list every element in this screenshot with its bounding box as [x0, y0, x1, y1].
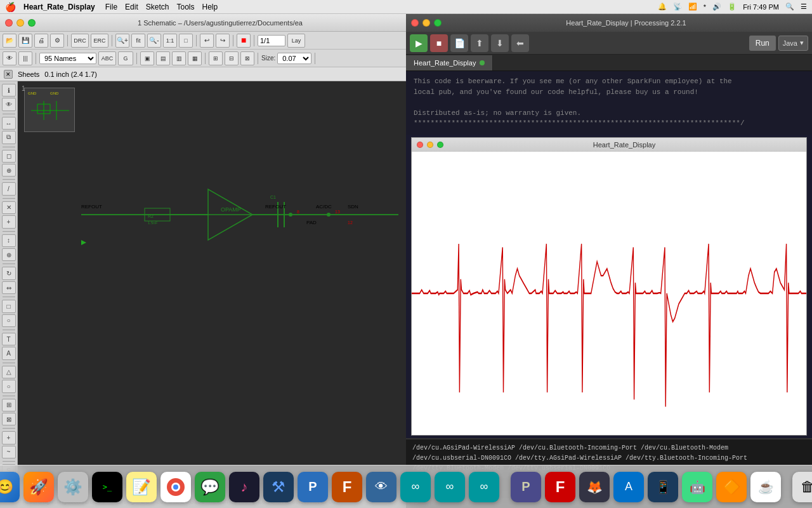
dock-notes[interactable]: 📝	[126, 472, 157, 502]
lt-display[interactable]: 👁	[2, 98, 16, 110]
tb-eye[interactable]: 👁	[3, 51, 16, 65]
page-input[interactable]	[258, 35, 285, 46]
dock-processing[interactable]: P	[298, 472, 328, 502]
dock-messages[interactable]: 💬	[195, 472, 225, 502]
dock-xcode-alt[interactable]: ⚒	[263, 472, 294, 502]
hr-min[interactable]	[427, 142, 433, 148]
dock-vlc[interactable]: 🔶	[716, 472, 747, 502]
volume-icon[interactable]: 🔊	[712, 3, 721, 11]
size-selector[interactable]: 0.07	[277, 53, 311, 64]
tb-zoomin[interactable]: 🔍+	[115, 34, 129, 48]
menu-file[interactable]: File	[105, 3, 117, 11]
lt-line[interactable]: /	[2, 182, 16, 195]
tb-print[interactable]: 🖨	[34, 34, 48, 48]
eagle-canvas[interactable]: GND GND 1 OPAMP R2 1.5nF	[18, 81, 406, 494]
new-button[interactable]: 📄	[450, 34, 468, 52]
dock-appstore[interactable]: A	[613, 472, 644, 502]
app-menu-title[interactable]: Heart_Rate_Display	[23, 3, 95, 11]
tb-zoomout[interactable]: 🔍-	[147, 34, 161, 48]
notif-icon[interactable]: 🔔	[658, 3, 667, 11]
infobar-close[interactable]: ✕	[4, 70, 13, 79]
bluetooth-icon[interactable]: *	[704, 3, 706, 11]
dock-java[interactable]: ☕	[750, 472, 781, 502]
proc-max-button[interactable]	[434, 19, 442, 27]
dock-arduino2[interactable]: ∞	[435, 472, 465, 502]
lt-dim[interactable]: A	[2, 347, 16, 359]
java-selector[interactable]: Java ▾	[778, 36, 808, 51]
dock-vpn[interactable]: 🦊	[579, 472, 610, 502]
lt-move[interactable]: ↔	[2, 117, 16, 130]
lt-value[interactable]: ⊠	[2, 413, 16, 425]
lt-polygon[interactable]: △	[2, 366, 16, 378]
tb-undo[interactable]: ↩	[200, 34, 214, 48]
lt-via[interactable]: ○	[2, 314, 16, 327]
lt-label[interactable]: ⊞	[2, 399, 16, 411]
dock-sysprefs[interactable]: ⚙️	[58, 472, 88, 502]
battery-icon[interactable]: 🔋	[728, 3, 737, 11]
dock-trash[interactable]: 🗑	[792, 472, 812, 502]
tb-layout5[interactable]: ⊞	[209, 51, 223, 65]
tb-zoomfit[interactable]: fit	[131, 34, 145, 48]
lt-addpart[interactable]: +	[2, 431, 16, 444]
tb-open[interactable]: 📂	[3, 34, 16, 48]
dock-mystery[interactable]: P	[511, 472, 541, 502]
search-icon[interactable]: 🔍	[785, 3, 794, 11]
proc-min-button[interactable]	[422, 19, 430, 27]
tb-abc[interactable]: ABC	[98, 51, 116, 65]
run-button[interactable]: ▶	[410, 34, 428, 52]
names-dropdown[interactable]: 95 Names	[39, 53, 96, 64]
dock-arduino1[interactable]: ∞	[400, 472, 431, 502]
tb-font1[interactable]: G	[118, 51, 133, 65]
tb-erc[interactable]: ERC	[91, 34, 108, 48]
tb-settings[interactable]: ⚙	[50, 34, 64, 48]
menu-edit[interactable]: Edit	[125, 3, 138, 11]
tb-layout1[interactable]: ▣	[140, 51, 154, 65]
maximize-button[interactable]	[28, 19, 36, 27]
tb-zoomwin[interactable]: □	[179, 34, 193, 48]
control-icon[interactable]: ☰	[801, 3, 807, 11]
hr-close[interactable]	[417, 142, 423, 148]
tb-layout2[interactable]: ▤	[156, 51, 170, 65]
lt-probe[interactable]: ~	[2, 446, 16, 458]
dock-ios-sim[interactable]: 📱	[648, 472, 678, 502]
menu-help[interactable]: Help	[202, 3, 218, 11]
dock-launchpad[interactable]: 🚀	[23, 472, 54, 502]
close-button[interactable]	[5, 19, 13, 27]
dock-unknown1[interactable]: 👁	[366, 472, 396, 502]
export-button[interactable]: ⬅	[511, 34, 529, 52]
processing-code-area[interactable]: This code is beerware. If you see me (or…	[406, 71, 812, 135]
stop-button[interactable]: ■	[430, 34, 448, 52]
dock-android[interactable]: 🤖	[682, 472, 712, 502]
minimize-button[interactable]	[16, 19, 24, 27]
tb-redo[interactable]: ↪	[216, 34, 230, 48]
dock-arduino3[interactable]: ∞	[469, 472, 499, 502]
run-label-button[interactable]: Run	[749, 36, 776, 51]
tb-layout3[interactable]: ▥	[172, 51, 186, 65]
dock-chrome[interactable]	[160, 472, 191, 502]
dock-finder[interactable]: 😊	[0, 472, 20, 502]
lt-circle[interactable]: ○	[2, 380, 16, 392]
lt-select[interactable]: ◻	[2, 150, 16, 163]
tb-layout6[interactable]: ⊟	[225, 51, 239, 65]
tb-grid[interactable]: |||	[18, 51, 32, 65]
menu-sketch[interactable]: Sketch	[146, 3, 169, 11]
open-button[interactable]: ⬆	[471, 34, 488, 52]
lt-route[interactable]: +	[2, 215, 16, 228]
lt-mirror[interactable]: ⇔	[2, 281, 16, 294]
lt-lasso[interactable]: ⊕	[2, 164, 16, 177]
dock-itunes[interactable]: ♪	[229, 472, 259, 502]
lt-text[interactable]: T	[2, 333, 16, 345]
tb-layout4[interactable]: ▦	[188, 51, 202, 65]
tb-layout7[interactable]: ⊠	[240, 51, 254, 65]
lt-pad[interactable]: □	[2, 300, 16, 312]
tb-stop[interactable]: ⏹	[237, 34, 251, 48]
lt-bus[interactable]: ↕	[2, 234, 16, 247]
proc-close-button[interactable]	[411, 19, 419, 27]
dock-freeform[interactable]: F	[545, 472, 575, 502]
tab-heart-rate[interactable]: Heart_Rate_Display	[406, 55, 493, 70]
lt-copy[interactable]: ⧉	[2, 131, 16, 144]
dock-terminal[interactable]: >_	[92, 472, 122, 502]
lt-info[interactable]: ℹ	[2, 84, 16, 97]
tb-drc[interactable]: DRC	[71, 34, 89, 48]
apple-menu[interactable]: 🍎	[5, 2, 16, 12]
